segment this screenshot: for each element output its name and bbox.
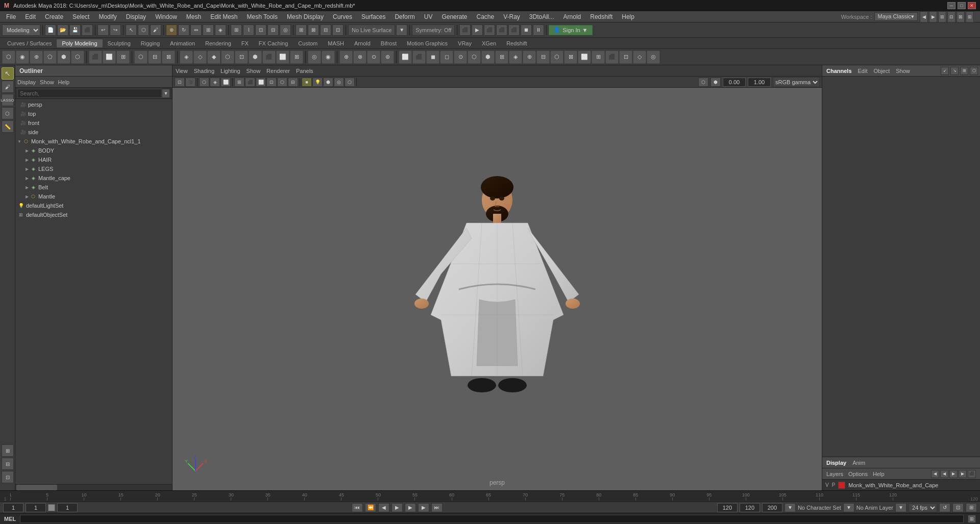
tool-icon-1[interactable]: ⬡: [2, 51, 15, 64]
anim-arrow-btn[interactable]: ▼: [895, 503, 906, 512]
tab-sculpting[interactable]: Sculpting: [103, 39, 136, 47]
save-as-btn[interactable]: ⬛: [82, 24, 93, 36]
menu-edit[interactable]: Edit: [21, 12, 40, 21]
tab-bifrost[interactable]: Bifrost: [376, 39, 402, 47]
menu-arnold[interactable]: Arnold: [559, 12, 585, 21]
layers-tab[interactable]: Layers: [826, 471, 843, 477]
step-back1-btn[interactable]: ◀: [378, 503, 389, 512]
menu-generate[interactable]: Generate: [437, 12, 471, 21]
tool-icon-26[interactable]: ⊙: [367, 51, 380, 64]
char-arrow-btn[interactable]: ▼: [843, 503, 854, 512]
pb-extra-btn1[interactable]: ↺: [939, 503, 950, 512]
menu-cache[interactable]: Cache: [472, 12, 498, 21]
da-tab-display[interactable]: Display: [826, 460, 846, 466]
tool-icon-3[interactable]: ⊕: [30, 51, 43, 64]
outliner-item-hair[interactable]: ▶ ◈ HAIR: [15, 155, 172, 164]
layer-icon1[interactable]: ◀: [931, 470, 939, 478]
scale-tool-btn[interactable]: ⇔: [190, 24, 202, 36]
snap-point-btn[interactable]: ⊡: [255, 24, 266, 36]
ruler-mark-105[interactable]: 105: [782, 491, 783, 501]
frame-field2[interactable]: [57, 503, 78, 512]
tool-icon-20[interactable]: ⬜: [276, 51, 289, 64]
tool-icon-4[interactable]: ⬠: [43, 51, 57, 64]
tool-icon-34[interactable]: ⬢: [481, 51, 495, 64]
tool-icon-28[interactable]: ⬜: [399, 51, 412, 64]
menu-3dtoall[interactable]: 3DtoAll...: [525, 12, 558, 21]
layer-icon4[interactable]: ▶: [959, 470, 967, 478]
menu-deform[interactable]: Deform: [390, 12, 419, 21]
tool-icon-46[interactable]: ◎: [647, 51, 660, 64]
vp-menu-view[interactable]: View: [176, 68, 188, 74]
vp-cam-btn[interactable]: 🎥: [185, 78, 195, 87]
vp-color-btn2[interactable]: ⬢: [710, 78, 721, 87]
maximize-button[interactable]: □: [958, 2, 966, 9]
tab-redshift[interactable]: Redshift: [501, 39, 532, 47]
tool-icon-12[interactable]: ⊠: [162, 51, 175, 64]
new-file-btn[interactable]: 📄: [45, 24, 56, 36]
ruler-mark-35[interactable]: 35: [267, 491, 268, 501]
ruler-mark-90[interactable]: 90: [672, 491, 673, 501]
render-btn2[interactable]: ▶: [472, 24, 483, 36]
vp-gamma-select[interactable]: sRGB gamma: [773, 77, 820, 87]
vp-menu-panels[interactable]: Panels: [296, 68, 313, 74]
vp-menu-shading[interactable]: Shading: [194, 68, 214, 74]
outliner-item-persp[interactable]: 🎥 persp: [15, 100, 172, 109]
tab-fx-caching[interactable]: FX Caching: [254, 39, 293, 47]
workspace-icon3[interactable]: ⊠: [957, 11, 965, 22]
tool-icon-17[interactable]: ⊡: [235, 51, 248, 64]
ruler-mark-85[interactable]: 85: [635, 491, 636, 501]
no-live-surface-label[interactable]: No Live Surface: [348, 24, 395, 36]
tool-icon-16[interactable]: ⬡: [221, 51, 234, 64]
minimize-button[interactable]: ─: [947, 2, 955, 9]
ruler-mark-30[interactable]: 30: [231, 491, 231, 501]
tool-icon-11[interactable]: ⊟: [148, 51, 161, 64]
step-fwd-btn[interactable]: ▶: [418, 503, 429, 512]
vp-exposure-input[interactable]: [748, 78, 771, 87]
range-arrow-btn[interactable]: ▼: [785, 503, 796, 512]
tool-icon-19[interactable]: ⬛: [262, 51, 276, 64]
ch-tab-show[interactable]: Show: [896, 68, 910, 74]
ruler-mark-110[interactable]: 110: [819, 491, 820, 501]
tool-icon-10[interactable]: ⬡: [134, 51, 148, 64]
outliner-display-tab[interactable]: Display: [17, 79, 36, 85]
range-end2-field[interactable]: [762, 503, 782, 512]
select-tool-btn[interactable]: ↖: [126, 24, 137, 36]
tool-icon-27[interactable]: ⊛: [381, 51, 394, 64]
tool-icon-6[interactable]: ⬡: [71, 51, 84, 64]
da-tab-anim[interactable]: Anim: [852, 460, 865, 466]
outliner-item-body[interactable]: ▶ ◈ BODY: [15, 146, 172, 155]
hist-btn4[interactable]: ⊡: [332, 24, 344, 36]
menu-file[interactable]: File: [2, 12, 20, 21]
tool-icon-36[interactable]: ◈: [509, 51, 522, 64]
outliner-item-obj-set[interactable]: ⊞ defaultObjectSet: [15, 210, 172, 219]
tool-icon-39[interactable]: ⬡: [550, 51, 564, 64]
display-layer-btn[interactable]: ⊟: [2, 458, 14, 470]
scrollbar-thumb[interactable]: [16, 485, 57, 490]
vp-dof-btn[interactable]: ◎: [334, 78, 344, 87]
undo-btn[interactable]: ↩: [97, 24, 109, 36]
tool-icon-15[interactable]: ◆: [207, 51, 220, 64]
pb-extra-btn2[interactable]: ⊡: [952, 503, 964, 512]
tool-icon-13[interactable]: ◈: [180, 51, 193, 64]
tab-rigging[interactable]: Rigging: [136, 39, 165, 47]
tool-icon-45[interactable]: ◇: [633, 51, 646, 64]
tab-arnold[interactable]: Arnold: [349, 39, 376, 47]
tool-icon-38[interactable]: ⊟: [536, 51, 550, 64]
snap-grid-btn[interactable]: ⊞: [231, 24, 242, 36]
menu-modify[interactable]: Modify: [94, 12, 120, 21]
vp-color-btn1[interactable]: ⬡: [698, 78, 708, 87]
timeline-ruler[interactable]: 1510152025303540455055606570758085909510…: [10, 490, 939, 502]
tool-icon-37[interactable]: ⊕: [523, 51, 536, 64]
menu-help[interactable]: Help: [618, 12, 639, 21]
vp-sh2-btn[interactable]: ⬜: [256, 78, 266, 87]
pb-extra-btn3[interactable]: ⊞: [966, 503, 977, 512]
ch-tab-edit[interactable]: Edit: [858, 68, 868, 74]
tab-custom[interactable]: Custom: [293, 39, 323, 47]
tool-icon-42[interactable]: ⊞: [592, 51, 605, 64]
workspace-mode-select[interactable]: Modeling: [2, 24, 40, 36]
ruler-mark-50[interactable]: 50: [378, 491, 378, 501]
tool-icon-41[interactable]: ⬜: [578, 51, 591, 64]
ruler-mark-100[interactable]: 100: [746, 491, 746, 501]
goto-start-btn[interactable]: ⏮: [352, 503, 363, 512]
tool-icon-33[interactable]: ⬡: [468, 51, 481, 64]
